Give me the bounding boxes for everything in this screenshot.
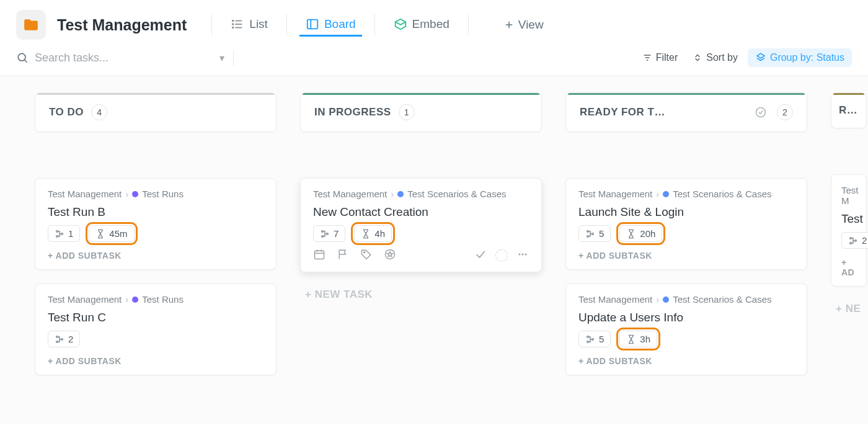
breadcrumb: Test Management › Test Scenarios & Cases	[578, 189, 794, 199]
duration-chip[interactable]: 4h	[354, 225, 392, 242]
svg-point-19	[56, 336, 58, 337]
board: TO DO 4 Test Management › Test Runs Test…	[0, 76, 868, 424]
subtask-count: 5	[599, 334, 604, 344]
view-tab-label: Board	[324, 17, 356, 31]
filter-icon	[642, 53, 652, 63]
hourglass-icon	[95, 229, 105, 239]
star-icon[interactable]	[384, 248, 396, 263]
breadcrumb-list: Test Scenarios & Cases	[673, 189, 771, 199]
svg-point-43	[855, 239, 857, 241]
column-ready2: REA Test M Test 2 + AD + NE	[831, 92, 867, 408]
status-dot-icon	[663, 297, 669, 303]
task-card[interactable]: Test Management › Test Runs Test Run B 1…	[35, 178, 277, 270]
column-todo: TO DO 4 Test Management › Test Runs Test…	[35, 92, 277, 408]
column-ready: READY FOR T… 2 Test Management › Test Sc…	[565, 92, 807, 408]
duration-chip[interactable]: 45m	[89, 225, 134, 242]
add-subtask-button[interactable]: + ADD SUBTASK	[578, 251, 794, 261]
subtask-icon	[585, 229, 595, 239]
chevron-down-icon[interactable]: ▾	[219, 52, 224, 64]
unassigned-avatar-icon[interactable]	[495, 249, 508, 262]
column-name: IN PROGRESS	[314, 106, 391, 118]
separator	[468, 14, 469, 35]
add-view-button[interactable]: View	[503, 18, 544, 32]
separator	[233, 50, 234, 66]
breadcrumb-list: Test Runs	[142, 294, 184, 305]
duration-chip[interactable]: 20h	[619, 225, 662, 242]
svg-point-39	[587, 341, 589, 342]
header: Test Management List Board Embed View	[0, 0, 868, 43]
view-tab-board[interactable]: Board	[299, 14, 362, 37]
new-task-button[interactable]: + NEW TASK	[305, 288, 542, 301]
task-card[interactable]: Test M Test 2 + AD	[831, 174, 867, 287]
add-subtask-button[interactable]: + AD	[841, 257, 860, 277]
add-subtask-button[interactable]: + ADD SUBTASK	[48, 251, 264, 261]
folder-icon	[16, 10, 46, 40]
subtask-count-chip[interactable]: 5	[578, 225, 611, 242]
duration-chip[interactable]: 3h	[619, 331, 657, 347]
task-card[interactable]: Test Management › Test Scenarios & Cases…	[300, 178, 542, 272]
svg-point-24	[327, 233, 329, 234]
new-task-button[interactable]: + NE	[836, 303, 867, 315]
toolbar: ▾ Filter Sort by Group by: Status	[0, 43, 868, 76]
groupby-button[interactable]: Group by: Status	[748, 48, 852, 67]
calendar-icon[interactable]	[313, 248, 326, 263]
svg-point-21	[61, 338, 63, 340]
groupby-label: Group by: Status	[770, 52, 844, 63]
meta-row: 5 3h	[578, 331, 794, 347]
status-dot-icon	[397, 191, 404, 197]
subtask-count-chip[interactable]: 7	[313, 225, 345, 242]
view-tab-label: List	[249, 17, 268, 31]
flag-icon[interactable]	[337, 248, 349, 263]
view-tab-embed[interactable]: Embed	[388, 14, 456, 37]
svg-point-16	[56, 230, 58, 232]
meta-row: 5 20h	[578, 225, 794, 242]
check-circle-icon	[755, 106, 767, 118]
subtask-count-chip[interactable]: 2	[48, 331, 80, 347]
search-input[interactable]	[33, 51, 157, 65]
breadcrumb: Test Management › Test Runs	[48, 294, 264, 305]
svg-point-5	[232, 27, 234, 28]
breadcrumb-project: Test M	[841, 185, 860, 206]
task-card[interactable]: Test Management › Test Scenarios & Cases…	[565, 283, 807, 375]
add-subtask-button[interactable]: + ADD SUBTASK	[578, 356, 794, 366]
duration-value: 3h	[640, 334, 650, 344]
svg-point-3	[232, 20, 234, 21]
breadcrumb-project: Test Management	[578, 189, 652, 199]
breadcrumb-project: Test Management	[313, 189, 387, 199]
column-header[interactable]: IN PROGRESS 1	[300, 92, 542, 132]
search[interactable]	[16, 51, 215, 65]
filter-button[interactable]: Filter	[637, 50, 683, 66]
task-title: Test Run C	[48, 311, 264, 324]
svg-point-4	[232, 24, 234, 25]
subtask-count-chip[interactable]: 1	[48, 225, 80, 242]
svg-point-22	[322, 230, 324, 232]
breadcrumb-list: Test Scenarios & Cases	[407, 189, 506, 199]
column-header[interactable]: READY FOR T… 2	[565, 92, 807, 132]
breadcrumb: Test M	[841, 185, 860, 206]
svg-point-17	[56, 235, 58, 237]
sort-button[interactable]: Sort by	[688, 50, 743, 66]
add-subtask-button[interactable]: + ADD SUBTASK	[48, 356, 264, 366]
subtask-count-chip[interactable]: 5	[578, 331, 611, 347]
groupby-icon	[755, 52, 766, 63]
view-tab-list[interactable]: List	[224, 14, 274, 37]
svg-point-41	[850, 237, 852, 239]
column-header[interactable]: TO DO 4	[35, 92, 277, 132]
hourglass-icon	[626, 334, 636, 344]
checkmark-icon[interactable]	[474, 248, 487, 263]
column-header[interactable]: REA	[831, 92, 867, 128]
task-title: Test Run B	[48, 205, 264, 219]
breadcrumb-project: Test Management	[578, 294, 652, 305]
subtask-count-chip[interactable]: 2	[841, 232, 868, 249]
task-card[interactable]: Test Management › Test Scenarios & Cases…	[565, 178, 807, 270]
sort-icon	[693, 53, 702, 63]
meta-row: 1 45m	[48, 225, 264, 242]
status-dot-icon	[132, 191, 138, 197]
svg-point-42	[850, 242, 852, 244]
more-icon[interactable]	[516, 248, 529, 263]
tag-icon[interactable]	[360, 248, 373, 263]
task-card[interactable]: Test Management › Test Runs Test Run C 2…	[35, 283, 277, 375]
column-count: 2	[777, 104, 793, 120]
svg-rect-6	[308, 19, 318, 29]
subtask-icon	[55, 334, 64, 344]
